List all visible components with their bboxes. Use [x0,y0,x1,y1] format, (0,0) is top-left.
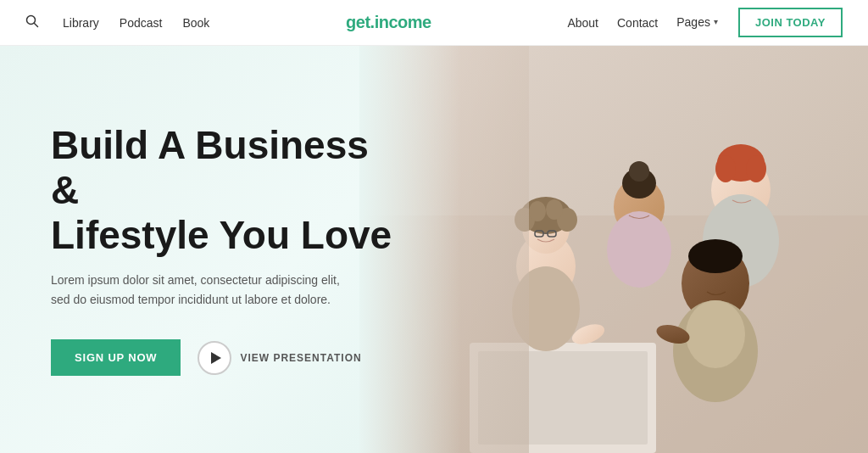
svg-line-1 [35,23,38,26]
svg-point-27 [688,239,743,273]
hero-image [359,46,868,453]
svg-point-29 [686,300,745,368]
play-circle [198,341,231,375]
site-logo[interactable]: get.income [346,13,431,32]
nav-library[interactable]: Library [63,16,99,30]
header-left: Library Podcast Book [25,14,209,31]
join-today-button[interactable]: JOIN TODAY [738,8,843,37]
chevron-down-icon: ▾ [714,17,718,26]
hero-description: Lorem ipsum dolor sit amet, consectetur … [51,271,356,309]
search-icon[interactable] [25,14,39,31]
nav-podcast[interactable]: Podcast [120,16,163,30]
nav-contact[interactable]: Contact [617,16,658,30]
svg-point-19 [629,161,649,182]
hero-section: Build A Business & Lifestyle You Love Lo… [0,46,868,453]
header-right: About Contact Pages ▾ JOIN TODAY [567,8,843,37]
signup-button[interactable]: SIGN UP NOW [51,339,181,376]
svg-point-12 [546,199,563,220]
svg-point-24 [746,155,766,182]
nav-about[interactable]: About [567,16,598,30]
svg-point-11 [529,201,546,221]
hero-title: Build A Business & Lifestyle You Love [51,123,407,258]
svg-point-23 [715,155,736,182]
hero-actions: SIGN UP NOW VIEW PRESENTATION [51,339,407,376]
nav-right: About Contact Pages ▾ [567,15,718,31]
nav-pages[interactable]: Pages ▾ [676,15,718,29]
nav-left: Library Podcast Book [63,15,209,31]
play-icon [211,352,221,364]
site-header: Library Podcast Book get.income About Co… [0,0,868,46]
hero-content: Build A Business & Lifestyle You Love Lo… [0,123,407,376]
play-button-wrap[interactable]: VIEW PRESENTATION [198,341,361,375]
view-presentation-label: VIEW PRESENTATION [240,352,361,364]
nav-book[interactable]: Book [182,16,209,30]
svg-point-20 [607,211,671,288]
